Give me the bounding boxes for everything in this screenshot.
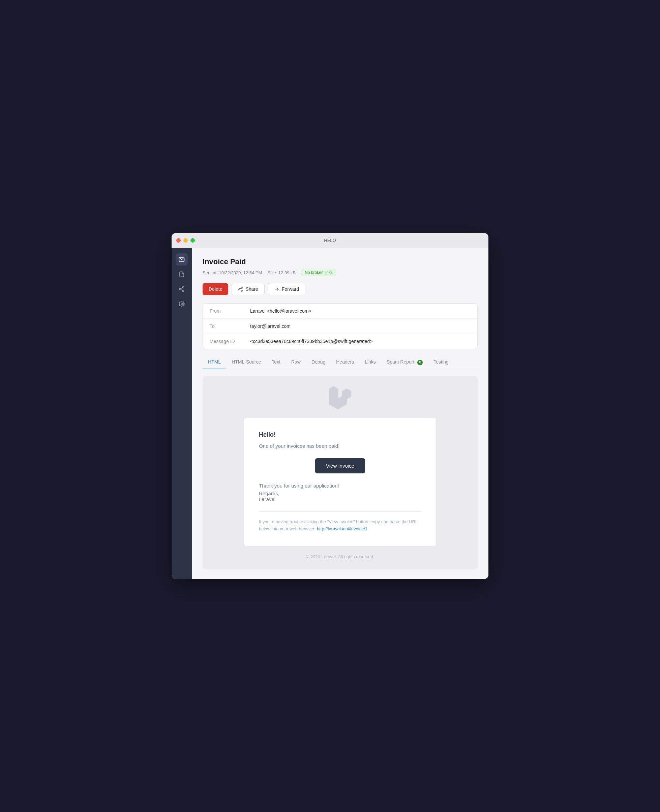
tab-debug[interactable]: Debug	[306, 356, 331, 369]
email-cta-row: View Invoice	[259, 458, 421, 473]
sidebar-item-document[interactable]	[176, 268, 188, 280]
from-value: Laravel <hello@laravel.com>	[250, 308, 311, 314]
footer-link[interactable]: http://laravel.test/invoice/1	[317, 526, 367, 531]
svg-line-5	[181, 288, 182, 289]
forward-button[interactable]: Forward	[268, 283, 305, 295]
maximize-button[interactable]	[190, 238, 195, 242]
svg-point-8	[239, 289, 240, 290]
email-copyright: © 2020 Laravel. All rights reserved.	[306, 554, 374, 559]
spam-count-badge: 0	[417, 360, 423, 365]
no-broken-links-badge: No broken links	[301, 269, 336, 276]
share-icon	[238, 287, 243, 292]
laravel-logo	[328, 386, 352, 411]
forward-icon	[274, 287, 279, 292]
view-invoice-button[interactable]: View Invoice	[315, 458, 365, 473]
action-row: Delete Share Forward	[203, 283, 478, 295]
svg-point-9	[241, 290, 243, 291]
sidebar-item-settings[interactable]	[176, 298, 188, 310]
tab-links[interactable]: Links	[359, 356, 381, 369]
svg-line-11	[240, 288, 241, 289]
tab-testing[interactable]: Testing	[428, 356, 454, 369]
sent-at: Sent at: 10/22/2020, 12:54 PM	[203, 270, 262, 275]
message-id-label: Message ID	[209, 339, 250, 344]
email-meta-card: From Laravel <hello@laravel.com> To tayl…	[203, 303, 478, 349]
to-value: taylor@laravel.com	[250, 323, 290, 329]
email-intro: One of your invoices has been paid!	[259, 443, 421, 449]
tab-spam-report[interactable]: Spam Report 0	[381, 356, 428, 369]
tab-text[interactable]: Text	[266, 356, 286, 369]
tab-html[interactable]: HTML	[203, 356, 226, 369]
tab-headers[interactable]: Headers	[331, 356, 359, 369]
from-row: From Laravel <hello@laravel.com>	[203, 304, 477, 319]
window-title: HELO	[324, 238, 336, 243]
sidebar	[171, 248, 192, 579]
forward-label: Forward	[282, 286, 299, 292]
svg-point-2	[179, 288, 181, 290]
regards-line1: Regards,	[259, 491, 279, 496]
email-preview-container: Hello! One of your invoices has been pai…	[203, 376, 478, 570]
window-controls[interactable]	[176, 238, 195, 242]
to-row: To taylor@laravel.com	[203, 319, 477, 334]
delete-button[interactable]: Delete	[203, 283, 228, 295]
tabs-row: HTML HTML-Source Text Raw Debug Headers …	[203, 356, 478, 369]
share-button[interactable]: Share	[232, 283, 264, 295]
minimize-button[interactable]	[183, 238, 188, 242]
svg-point-3	[182, 290, 184, 292]
message-id-row: Message ID <cc3d3e53eea76c69c40ff7339bb3…	[203, 334, 477, 349]
svg-line-4	[181, 290, 182, 291]
tab-html-source[interactable]: HTML-Source	[226, 356, 266, 369]
email-body-card: Hello! One of your invoices has been pai…	[244, 418, 436, 546]
email-size: Size: 12.99 kB	[267, 270, 296, 275]
from-label: From	[209, 308, 250, 314]
email-footer-text: If you're having trouble clicking the "V…	[259, 519, 421, 533]
email-hello: Hello!	[259, 431, 421, 438]
svg-point-6	[181, 303, 183, 305]
main-content: Invoice Paid Sent at: 10/22/2020, 12:54 …	[192, 248, 489, 579]
svg-point-7	[241, 287, 243, 288]
email-thanks: Thank you for using our application!	[259, 483, 421, 489]
tab-raw[interactable]: Raw	[286, 356, 306, 369]
svg-line-10	[240, 290, 241, 290]
svg-point-1	[182, 287, 184, 288]
sidebar-item-mail[interactable]	[176, 253, 188, 266]
meta-row: Sent at: 10/22/2020, 12:54 PM Size: 12.9…	[203, 269, 478, 276]
page-title: Invoice Paid	[203, 257, 478, 266]
close-button[interactable]	[176, 238, 181, 242]
email-regards: Regards, Laravel	[259, 491, 421, 502]
share-label: Share	[245, 286, 258, 292]
to-label: To	[209, 323, 250, 329]
message-id-value: <cc3d3e53eea76c69c40ff7339bb35e1b@swift.…	[250, 339, 373, 344]
titlebar: HELO	[171, 233, 489, 248]
email-divider	[259, 511, 421, 512]
regards-line2: Laravel	[259, 496, 275, 502]
sidebar-item-share[interactable]	[176, 283, 188, 295]
